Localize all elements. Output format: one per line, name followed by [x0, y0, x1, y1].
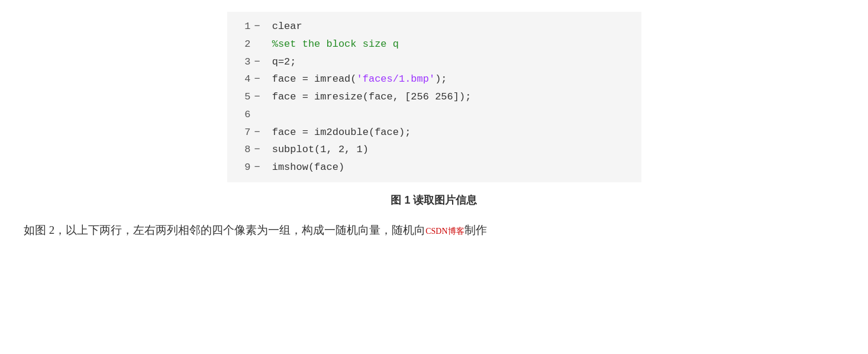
code-segment: imshow(face) — [272, 162, 344, 173]
line-number: 7 — [233, 124, 251, 141]
line-dash: − — [254, 124, 260, 141]
watermark: CSDN博客 — [425, 227, 464, 236]
body-text-content: 如图 2，以上下两行，左右两列相邻的四个像素为一组，构成一随机向量，随机向 — [24, 224, 425, 236]
line-dash: − — [254, 53, 260, 71]
body-text: 如图 2，以上下两行，左右两列相邻的四个像素为一组，构成一随机向量，随机向CSD… — [24, 220, 844, 240]
line-dash: − — [254, 88, 260, 106]
code-line: 3− q=2; — [227, 53, 641, 71]
code-line: 8− subplot(1, 2, 1) — [227, 141, 641, 159]
line-code-content: face = imresize(face, [256 256]); — [272, 88, 472, 106]
line-number: 4 — [233, 70, 251, 88]
code-segment: face = imread( — [272, 73, 357, 85]
line-code-content: %set the block size q — [272, 36, 399, 53]
body-text-suffix: 制作 — [464, 224, 487, 236]
code-segment: %set the block size q — [272, 38, 399, 50]
code-segment: subplot(1, 2, 1) — [272, 144, 369, 155]
code-segment: face = im2double(face); — [272, 127, 411, 138]
code-segment: q=2; — [272, 56, 296, 67]
line-code-content: clear — [272, 18, 302, 36]
code-segment: ); — [435, 73, 447, 85]
line-number: 6 — [233, 106, 251, 124]
code-line: 1− clear — [227, 18, 641, 36]
line-number: 1 — [233, 18, 251, 36]
line-dash: − — [254, 18, 260, 36]
code-line: 5− face = imresize(face, [256 256]); — [227, 88, 641, 106]
code-block-wrapper: 1− clear2 %set the block size q3− q=2;4−… — [24, 12, 844, 182]
line-dash: − — [254, 159, 260, 176]
figure-caption: 图 1 读取图片信息 — [24, 193, 844, 207]
line-number: 9 — [233, 159, 251, 176]
line-dash: − — [254, 70, 260, 88]
line-code-content: q=2; — [272, 53, 296, 71]
code-segment: 'faces/1.bmp' — [357, 73, 435, 85]
line-dash: − — [254, 141, 260, 159]
code-line: 2 %set the block size q — [227, 36, 641, 53]
line-dash — [254, 36, 260, 53]
line-number: 2 — [233, 36, 251, 53]
code-block: 1− clear2 %set the block size q3− q=2;4−… — [227, 12, 641, 182]
code-line: 7− face = im2double(face); — [227, 124, 641, 141]
code-line: 6 — [227, 106, 641, 124]
line-code-content: face = im2double(face); — [272, 124, 411, 141]
code-line: 4− face = imread('faces/1.bmp'); — [227, 70, 641, 88]
line-number: 3 — [233, 53, 251, 71]
code-line: 9− imshow(face) — [227, 159, 641, 176]
line-number: 5 — [233, 88, 251, 106]
line-code-content: imshow(face) — [272, 159, 344, 176]
line-code-content: face = imread('faces/1.bmp'); — [272, 70, 447, 88]
code-segment: clear — [272, 21, 302, 32]
line-dash — [254, 106, 260, 124]
code-segment: face = imresize(face, [256 256]); — [272, 91, 472, 102]
line-code-content: subplot(1, 2, 1) — [272, 141, 369, 159]
line-number: 8 — [233, 141, 251, 159]
